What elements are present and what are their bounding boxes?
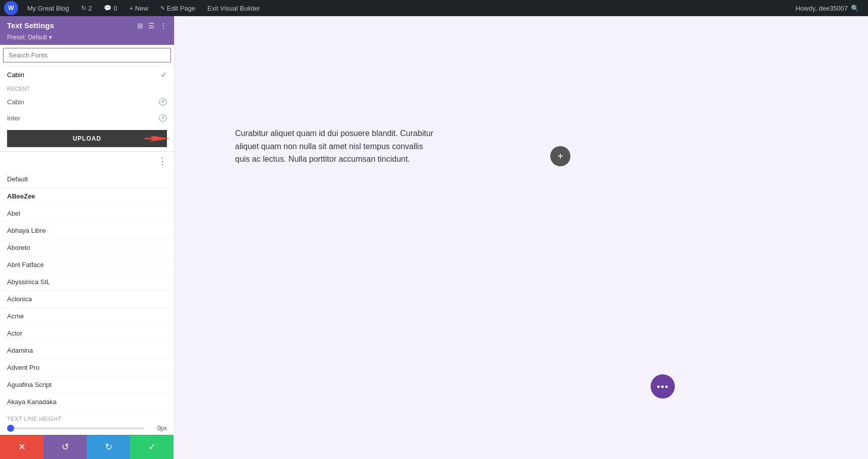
comments-bar-item[interactable]: 💬 0 [99,0,122,16]
exit-builder-bar-item[interactable]: Exit Visual Builder [202,0,265,16]
font-item-abyssinica-sil[interactable]: Abyssinica SIL [0,274,174,291]
three-dots-icon [657,385,668,388]
slider-area: 0px [0,423,174,435]
edit-page-label: Edit Page [167,5,195,12]
text-settings-header: Text Settings ⊞ ☰ ⋮ [0,16,174,34]
comments-icon: 💬 [104,5,111,12]
add-content-button[interactable]: + [550,146,570,166]
preset-label[interactable]: Preset: Default ▾ [7,34,167,41]
panel-footer: Text Line Height 0px ✕ ↺ ↻ ✓ [0,413,174,459]
font-name-abril-fatface: Abril Fatface [7,261,44,269]
redo-button[interactable]: ↻ [87,435,130,459]
font-name-abyssinica-sil: Abyssinica SIL [7,278,50,286]
right-content-area: Curabitur aliquet quam id dui posuere bl… [175,16,868,459]
confirm-button[interactable]: ✓ [130,435,173,459]
font-name-acme: Acme [7,312,24,320]
font-item-aboreto[interactable]: Aboreto [0,239,174,256]
exit-builder-label: Exit Visual Builder [207,5,260,12]
recent-font-inter[interactable]: Inter 🕐 [0,110,174,126]
header-icons-group: ⊞ ☰ ⋮ [137,22,167,30]
new-bar-item[interactable]: + New [125,0,153,16]
pencil-icon: ✎ [160,5,165,12]
edit-page-bar-item[interactable]: ✎ Edit Page [155,0,200,16]
howdy-label: Howdy, dee35007 [795,5,848,12]
left-panel: Text Settings ⊞ ☰ ⋮ Preset: Default ▾ Ca… [0,16,175,459]
font-name-aclonica: Aclonica [7,295,32,303]
font-name-abhaya-libre: Abhaya Libre [7,227,46,234]
main-area: Text Settings ⊞ ☰ ⋮ Preset: Default ▾ Ca… [0,16,868,459]
slider-value-label: 0px [149,425,167,432]
preset-bar: Preset: Default ▾ [0,34,174,45]
text-settings-title: Text Settings [7,21,54,30]
selected-font-row[interactable]: Cabin ✓ [0,66,174,84]
panel-three-dots-icon[interactable]: ⋮ [158,156,167,166]
font-item-akaya-kanadaka[interactable]: Akaya Kanadaka [0,394,174,411]
updates-bar-item[interactable]: ↻ 2 [76,0,97,16]
bottom-action-buttons: ✕ ↺ ↻ ✓ [0,435,174,459]
recent-font-cabin[interactable]: Cabin 🕐 [0,94,174,110]
updates-count: 2 [88,5,92,12]
font-item-abhaya-libre[interactable]: Abhaya Libre [0,222,174,239]
selected-font-name: Cabin [7,71,24,79]
cancel-icon: ✕ [18,441,26,452]
howdy-section: Howdy, dee35007 🔍 [790,5,864,12]
wp-logo-icon[interactable]: W [4,1,18,15]
font-item-acme[interactable]: Acme [0,308,174,325]
preset-text: Preset: Default [7,34,47,41]
body-text: Curabitur aliquet quam id dui posuere bl… [235,127,437,166]
font-item-aclonica[interactable]: Aclonica [0,291,174,308]
comments-count: 0 [113,5,117,12]
reset-button[interactable]: ↺ [43,435,87,459]
font-list: Default ABeeZee Abel Abhaya Libre Aboret… [0,171,174,428]
font-item-adamina[interactable]: Adamina [0,342,174,359]
red-arrow-indicator [145,132,175,146]
font-item-advent-pro[interactable]: Advent Pro [0,359,174,376]
site-name-label: My Great Blog [27,5,69,12]
content-text-block: Curabitur aliquet quam id dui posuere bl… [235,127,437,166]
font-name-advent-pro: Advent Pro [7,364,39,371]
font-item-actor[interactable]: Actor [0,325,174,342]
font-item-abril-fatface[interactable]: Abril Fatface [0,256,174,274]
font-dropdown-container: Cabin ✓ Recent Cabin 🕐 Inter 🕐 UPLOAD [0,45,174,152]
new-label: + New [130,5,148,12]
upload-btn-label: UPLOAD [73,135,101,142]
font-name-abel: Abel [7,210,20,217]
search-icon[interactable]: 🔍 [851,5,859,12]
font-name-aguafina-script: Aguafina Script [7,381,51,388]
clock-icon-cabin: 🕐 [158,98,167,106]
duplicate-icon[interactable]: ⊞ [137,22,143,30]
upload-section: UPLOAD [0,126,174,151]
font-name-aboreto: Aboreto [7,244,30,251]
dots-menu-button[interactable] [651,374,675,399]
font-item-default[interactable]: Default [0,171,174,188]
more-icon[interactable]: ⋮ [160,22,167,30]
clock-icon-inter: 🕐 [158,114,167,122]
font-item-aguafina-script[interactable]: Aguafina Script [0,376,174,394]
upload-button[interactable]: UPLOAD [7,130,167,147]
reset-icon: ↺ [62,441,69,452]
search-fonts-input[interactable] [3,48,171,62]
updates-icon: ↻ [81,5,86,12]
recent-inter-label: Inter [7,114,20,122]
confirm-icon: ✓ [148,441,156,452]
site-name-bar-item[interactable]: My Great Blog [22,0,74,16]
plus-icon: + [557,151,563,162]
font-name-actor: Actor [7,330,22,337]
text-line-height-label: Text Line Height [7,416,62,422]
font-name-abeezee: ABeeZee [7,192,35,200]
recent-section-label: Recent [0,84,174,94]
redo-icon: ↻ [105,441,112,452]
text-line-height-section: Text Line Height [0,413,174,423]
line-height-slider[interactable] [7,427,144,429]
wp-admin-bar: W My Great Blog ↻ 2 💬 0 + New ✎ Edit Pag… [0,0,868,16]
font-name-akaya-kanadaka: Akaya Kanadaka [7,398,56,406]
row-dots-menu[interactable]: ⋮ [151,152,174,171]
panel-dots-row: ⋮ [0,152,174,171]
cancel-button[interactable]: ✕ [0,435,43,459]
layout-icon[interactable]: ☰ [148,22,155,30]
font-name-adamina: Adamina [7,347,33,354]
font-item-abeezee[interactable]: ABeeZee [0,188,174,205]
search-input-wrapper [0,45,174,66]
font-name-default: Default [7,175,28,183]
font-item-abel[interactable]: Abel [0,205,174,222]
